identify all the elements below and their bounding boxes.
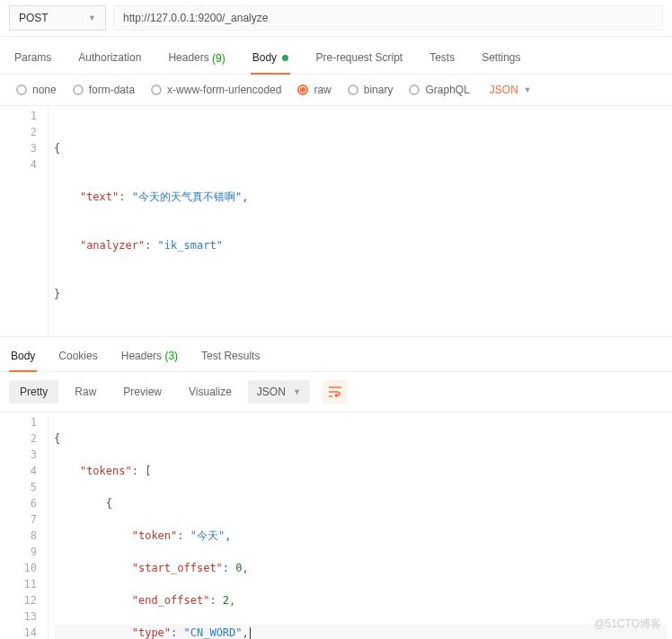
- request-url-bar: POST ▼: [0, 0, 672, 37]
- tab-headers-label: Headers: [168, 51, 208, 64]
- response-body-editor[interactable]: 1234567891011121314151617181920212223 { …: [0, 413, 672, 639]
- headers-count: (9): [212, 52, 225, 65]
- tab-body[interactable]: Body: [251, 46, 291, 74]
- request-body-editor[interactable]: 1234 { "text": "今天的天气真不错啊", "analyzer": …: [0, 106, 672, 337]
- body-format-label: JSON: [490, 84, 518, 96]
- line-gutter: 1234: [0, 106, 49, 336]
- line-gutter: 1234567891011121314151617181920212223: [0, 413, 49, 639]
- code-area[interactable]: { "tokens": [ { "token": "今天", "start_of…: [49, 413, 672, 639]
- tab-authorization[interactable]: Authorization: [76, 46, 143, 74]
- response-tabs: Body Cookies Headers (3) Test Results: [0, 337, 672, 372]
- response-format-dropdown[interactable]: JSON ▼: [248, 380, 310, 404]
- radio-none[interactable]: none: [16, 84, 57, 96]
- radio-graphql[interactable]: GraphQL: [409, 84, 469, 96]
- tab-prerequest[interactable]: Pre-request Script: [314, 46, 404, 74]
- tab-params[interactable]: Params: [13, 46, 53, 74]
- resp-tab-cookies[interactable]: Cookies: [57, 346, 99, 371]
- response-toolbar: Pretty Raw Preview Visualize JSON ▼: [0, 372, 672, 413]
- pretty-button[interactable]: Pretty: [9, 380, 58, 404]
- request-tabs: Params Authorization Headers (9) Body Pr…: [0, 37, 672, 75]
- url-input[interactable]: [113, 5, 663, 31]
- tab-settings[interactable]: Settings: [480, 46, 522, 74]
- http-method-label: POST: [19, 12, 49, 24]
- body-type-row: none form-data x-www-form-urlencoded raw…: [0, 75, 672, 106]
- body-format-dropdown[interactable]: JSON ▼: [490, 84, 532, 96]
- tab-tests[interactable]: Tests: [428, 46, 456, 74]
- radio-formdata[interactable]: form-data: [73, 84, 135, 96]
- visualize-button[interactable]: Visualize: [178, 380, 243, 404]
- body-active-dot-icon: [282, 55, 288, 61]
- resp-headers-label: Headers: [121, 350, 162, 362]
- code-area[interactable]: { "text": "今天的天气真不错啊", "analyzer": "ik_s…: [49, 106, 672, 336]
- chevron-down-icon: ▼: [293, 387, 301, 396]
- radio-urlencoded[interactable]: x-www-form-urlencoded: [151, 84, 281, 96]
- tab-body-label: Body: [252, 51, 277, 64]
- tab-headers[interactable]: Headers (9): [166, 46, 226, 74]
- radio-binary[interactable]: binary: [348, 84, 393, 96]
- resp-tab-headers[interactable]: Headers (3): [119, 346, 180, 371]
- resp-tab-testresults[interactable]: Test Results: [199, 346, 261, 371]
- chevron-down-icon: ▼: [524, 85, 532, 94]
- watermark: @51CTO博客: [594, 617, 661, 632]
- preview-button[interactable]: Preview: [112, 380, 172, 404]
- chevron-down-icon: ▼: [88, 13, 96, 22]
- resp-tab-body[interactable]: Body: [9, 346, 37, 371]
- response-format-label: JSON: [257, 386, 286, 398]
- wrap-lines-icon[interactable]: [323, 379, 348, 404]
- resp-headers-count: (3): [164, 350, 178, 362]
- http-method-dropdown[interactable]: POST ▼: [9, 5, 106, 31]
- radio-raw[interactable]: raw: [297, 84, 331, 96]
- raw-button[interactable]: Raw: [64, 380, 107, 404]
